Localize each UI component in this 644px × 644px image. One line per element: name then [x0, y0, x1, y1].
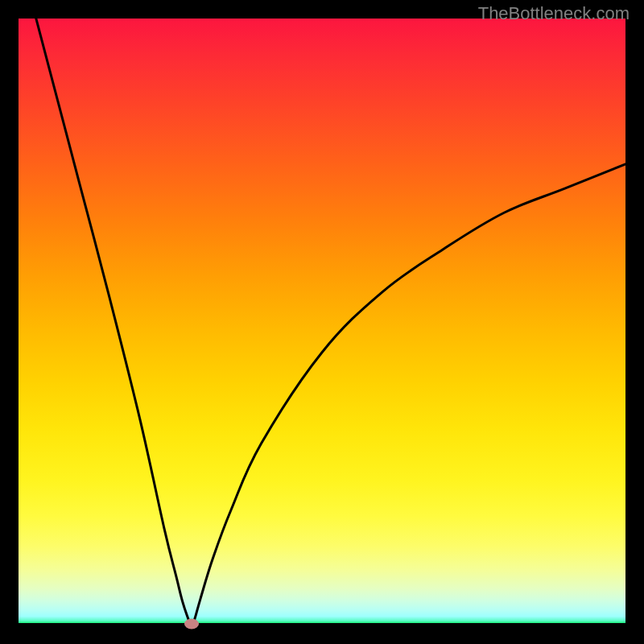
bottleneck-curve	[19, 19, 625, 625]
optimal-point-marker	[184, 619, 199, 630]
chart-plot-area	[19, 19, 625, 625]
watermark-text: TheBottleneck.com	[478, 3, 630, 24]
